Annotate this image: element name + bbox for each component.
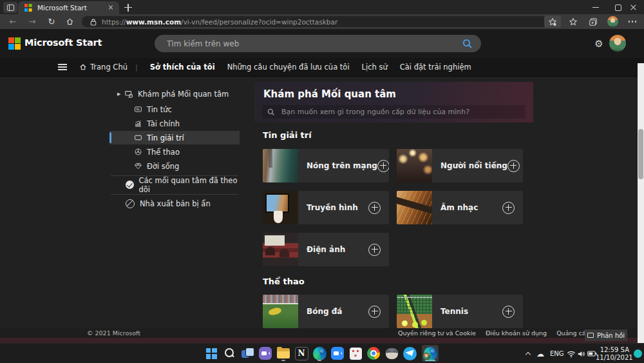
card-label: Truyền hình [307,203,368,212]
window-close-button[interactable] [622,0,644,14]
interest-card-hot-online[interactable]: Nóng trên mạng [263,149,389,182]
sidebar-item-hidden-publishers[interactable]: Nhà xuất bản bị ẩn [109,197,240,210]
sidebar-label: Các mối quan tâm đã theo dõi [138,176,240,194]
expand-arrow-icon[interactable]: ▶ [117,92,124,97]
vertical-tabs-icon [7,5,14,11]
sidebar-label: Thể thao [147,148,180,157]
feedback-button[interactable]: Phản hồi [585,329,627,341]
microsoft-favicon-icon [24,4,32,12]
sidebar-item-followed-interests[interactable]: Các mối quan tâm đã theo dõi [109,178,240,191]
add-interest-button[interactable] [502,306,515,318]
add-interest-button[interactable] [377,160,389,172]
interest-card-television[interactable]: Truyền hình [263,191,389,224]
taskbar-game-button[interactable] [347,345,364,362]
sidebar-label: Khám phá Mối quan tâm [138,90,229,99]
interest-card-football[interactable]: Bóng đá [263,295,389,328]
web-search-input[interactable] [166,39,462,49]
taskbar-zoom-button[interactable] [329,345,346,362]
language-indicator[interactable]: ENG [550,344,564,363]
add-interest-button[interactable] [368,202,381,214]
wifi-tray-button[interactable] [567,344,576,363]
entertainment-icon [133,133,143,143]
taskbar-clock[interactable]: 12:59 SA 11/10/2021 [596,346,629,362]
sidebar-item-explore-interests[interactable]: ▶ Khám phá Mối quan tâm [109,87,240,101]
sidebar-item-finance[interactable]: Tài chính [109,117,240,130]
home-icon [66,17,74,26]
add-interest-button[interactable] [507,160,520,172]
taskbar-edge-button[interactable] [311,345,328,362]
card-label: Nóng trên mạng [307,161,377,170]
interest-card-music[interactable]: Âm nhạc [397,191,523,224]
collections-button[interactable] [585,15,601,28]
interest-card-celebrities[interactable]: Người nổi tiếng [397,149,523,182]
hamburger-menu-icon[interactable] [58,64,67,70]
add-interest-button[interactable] [502,202,515,214]
interest-card-cinema[interactable]: Điện ảnh [263,233,389,266]
browser-profile-button[interactable] [604,15,621,28]
msn-account-avatar[interactable] [609,35,626,52]
feed-search-box[interactable] [262,105,526,119]
favorites-add-button[interactable] [544,15,561,28]
onedrive-tray-icon[interactable]: ☁ [536,344,544,363]
volume-tray-button[interactable] [577,344,585,363]
nav-item-experience-settings[interactable]: Cài đặt trải nghiệm [400,63,471,72]
favorites-button[interactable] [565,15,582,28]
tray-overflow-button[interactable] [526,344,531,363]
sidebar-item-news[interactable]: Tin tức [109,103,240,116]
star-badge-icon [548,17,557,26]
forward-button[interactable]: → [24,14,40,29]
taskbar-notion-button[interactable]: N [293,345,310,362]
taskbar-start-button[interactable] [203,345,220,362]
add-interest-button[interactable] [368,306,381,318]
search-icon[interactable] [462,39,473,49]
vertical-tabs-button[interactable] [3,2,17,13]
taskbar-chat-button[interactable] [257,345,274,362]
taskbar-search-button[interactable] [221,345,238,362]
nav-item-saved-stories[interactable]: Những câu chuyện đã lưu của tôi [227,63,350,72]
file-explorer-icon [277,348,290,358]
ellipsis-icon [629,21,637,23]
window-minimize-button[interactable] [585,0,607,14]
taskbar-file-explorer-button[interactable] [275,345,292,362]
taskbar-task-view-button[interactable] [239,345,256,362]
edge-icon [313,347,327,360]
interest-card-tennis[interactable]: Tennis [397,295,523,328]
nav-item-history[interactable]: Lịch sử [362,63,388,72]
scrollbar-thumb[interactable] [638,129,643,179]
add-interest-button[interactable] [368,244,381,256]
web-search-box[interactable] [155,35,481,52]
feed-search-input[interactable] [280,107,526,117]
sidebar-item-lifestyle[interactable]: Đời sống [109,159,240,173]
notion-icon: N [295,347,308,360]
sidebar-item-entertainment[interactable]: Tin giải trí [109,131,240,144]
finance-icon [133,119,143,129]
taskbar-edge-active-window[interactable] [422,345,439,362]
taskbar-telegram-button[interactable] [401,345,418,362]
tab-close-icon[interactable] [106,3,115,12]
search-icon [223,348,235,359]
address-bar[interactable]: https://www.msn.com/vi-vn/feed/personali… [82,16,551,27]
msn-settings-button[interactable]: ⚙ [591,36,607,52]
home-button[interactable] [62,14,77,29]
sidebar-label: Nhà xuất bản bị ẩn [140,199,211,208]
page-scrollbar[interactable] [638,63,644,343]
more-menu-button[interactable] [624,15,641,28]
footer-link-terms[interactable]: Điều khoản sử dụng [486,329,547,337]
browser-tab[interactable]: Microsoft Start [18,1,119,14]
collections-icon [589,17,598,26]
nav-item-home[interactable]: Trang Chủ [79,63,128,72]
sidebar-item-sports[interactable]: Thể thao [109,145,240,159]
tray-date: 11/10/2021 [596,354,629,362]
notification-badge[interactable] [634,349,642,358]
refresh-button[interactable]: ↻ [44,14,59,29]
taskbar-chrome-button[interactable] [365,345,382,362]
card-label: Bóng đá [307,307,368,316]
new-tab-button[interactable] [124,3,133,12]
brand-title[interactable]: Microsoft Start [24,37,102,48]
section-title-sports: Thể thao [263,277,305,286]
back-button[interactable]: ← [5,14,21,29]
nav-item-my-interests[interactable]: Sở thích của tôi [150,63,215,72]
taskbar-game-character-button[interactable] [383,345,400,362]
footer-link-privacy[interactable]: Quyền riêng tư và Cookie [398,329,476,337]
followed-check-icon [125,180,134,190]
